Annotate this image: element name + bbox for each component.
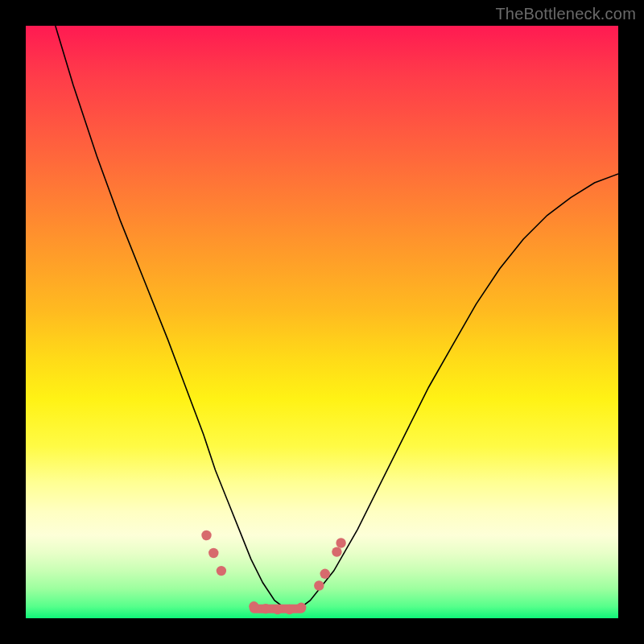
highlight-dot: [261, 604, 270, 613]
highlight-dot: [336, 538, 345, 547]
watermark-text: TheBottleneck.com: [495, 5, 636, 23]
highlight-dot: [296, 603, 306, 613]
highlight-dots: [201, 530, 345, 614]
curve-layer: [26, 26, 618, 618]
highlight-dot: [201, 530, 211, 540]
plot-area: [26, 26, 618, 618]
highlight-dot: [284, 605, 294, 614]
highlight-dot: [314, 580, 324, 590]
highlight-dot: [249, 601, 258, 611]
chart-stage: TheBottleneck.com: [0, 0, 644, 644]
bottleneck-curve: [56, 26, 618, 609]
highlight-dot: [208, 548, 218, 558]
highlight-dot: [217, 566, 226, 576]
highlight-dot: [273, 605, 283, 614]
highlight-dot: [332, 547, 341, 556]
highlight-dot: [320, 569, 330, 579]
